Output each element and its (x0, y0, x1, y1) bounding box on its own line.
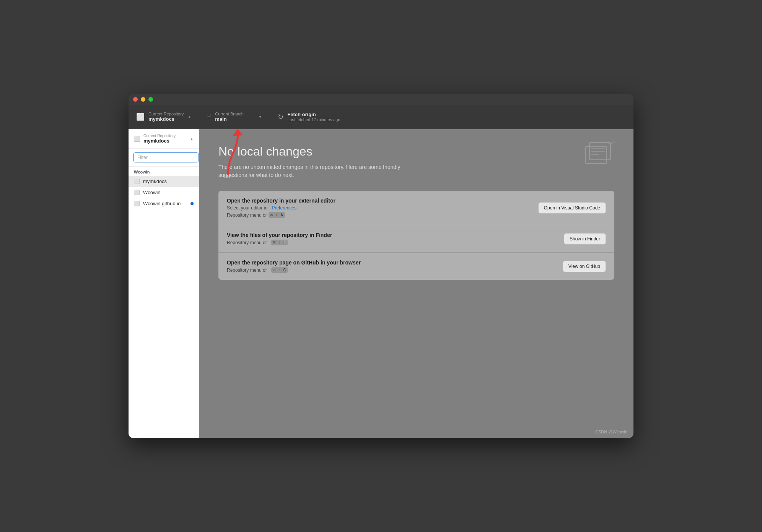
repo-item-icon-1: ⬜ (134, 190, 140, 195)
view-on-github-button[interactable]: View on GitHub (563, 261, 606, 272)
traffic-lights (133, 97, 153, 102)
sidebar-section-label: Wcowin (129, 167, 199, 176)
main-layout: ⬜ Current Repository mymkdocs ▲ Add ▼ Wc… (129, 129, 633, 438)
subtitle-text-1: Repository menu or (227, 240, 267, 245)
action-card-github: Open the repository page on GitHub in yo… (218, 253, 614, 280)
action-card-editor: Open the repository in your external edi… (218, 191, 614, 225)
repo-item-name-1: Wcowin (143, 190, 194, 195)
branch-text: Current Branch main (215, 112, 244, 122)
fetch-text: Fetch origin Last fetched 17 minutes ago (287, 112, 340, 122)
current-branch-section[interactable]: ⑂ Current Branch main ▼ (199, 105, 270, 129)
show-in-finder-button[interactable]: Show in Finder (564, 233, 606, 245)
fetch-label: Fetch origin (287, 112, 340, 117)
action-card-finder-title: View the files of your repository in Fin… (227, 232, 556, 238)
action-card-github-title: Open the repository page on GitHub in yo… (227, 260, 555, 266)
maximize-button[interactable] (148, 97, 153, 102)
repo-value: mymkdocs (148, 116, 184, 122)
watermark: CSDN @Wcowin (595, 430, 627, 434)
repo-item-icon-0: ⬜ (134, 178, 140, 184)
repo-item-name-2: Wcowin.github.io (143, 201, 187, 206)
action-card-editor-subtitle: Select your editor in Preferences (227, 205, 531, 211)
subtitle-text-2: Repository menu or (227, 268, 267, 273)
action-card-github-subtitle: Repository menu or ⌘ ⇧ G (227, 267, 555, 273)
no-changes-desc: There are no uncommitted changes in this… (218, 163, 402, 179)
app-window: ⬜ Current Repository mymkdocs ▲ ⑂ Curren… (129, 94, 633, 438)
preferences-link[interactable]: Preferences (272, 205, 296, 211)
sidebar-chevron-up-icon: ▲ (190, 137, 194, 141)
open-vscode-button[interactable]: Open in Visual Studio Code (538, 202, 606, 214)
no-changes-title: No local changes (218, 144, 614, 159)
repo-item-dot-2 (190, 202, 194, 205)
sidebar-header[interactable]: ⬜ Current Repository mymkdocs ▲ (129, 129, 199, 149)
shortcut-badge-2: ⌘ ⇧ G (271, 267, 288, 273)
action-card-finder-text: View the files of your repository in Fin… (227, 232, 556, 245)
sidebar-header-left: ⬜ Current Repository mymkdocs (134, 134, 176, 144)
action-cards: Open the repository in your external edi… (218, 191, 614, 280)
action-card-editor-title: Open the repository in your external edi… (227, 198, 531, 204)
title-bar (129, 94, 633, 105)
sidebar-repo-icon: ⬜ (134, 136, 140, 142)
illustration (584, 141, 618, 173)
repo-label: Current Repository (148, 112, 184, 116)
minimize-button[interactable] (141, 97, 145, 102)
branch-label: Current Branch (215, 112, 244, 116)
fetch-sublabel: Last fetched 17 minutes ago (287, 117, 340, 122)
repo-item-mymkdocs[interactable]: ⬜ mymkdocs (129, 176, 199, 187)
repo-list: ⬜ mymkdocs ⬜ Wcowin ⬜ Wcowin.github.io (129, 176, 199, 209)
sidebar: ⬜ Current Repository mymkdocs ▲ Add ▼ Wc… (129, 129, 199, 438)
repo-item-icon-2: ⬜ (134, 201, 140, 206)
branch-icon: ⑂ (207, 113, 211, 121)
shortcut-text-0: Repository menu or (227, 212, 267, 218)
fetch-icon: ↻ (278, 113, 283, 121)
sidebar-repo-name: mymkdocs (143, 138, 176, 144)
repo-item-wcowin-github[interactable]: ⬜ Wcowin.github.io (129, 198, 199, 209)
branch-chevron-icon: ▼ (258, 115, 262, 119)
repo-item-name-0: mymkdocs (143, 178, 194, 184)
sidebar-repo-info: Current Repository mymkdocs (143, 134, 176, 144)
action-card-finder: View the files of your repository in Fin… (218, 225, 614, 252)
shortcut-badge-0: ⌘ ⇧ A (269, 212, 285, 218)
repo-text: Current Repository mymkdocs (148, 112, 184, 122)
fetch-origin-section[interactable]: ↻ Fetch origin Last fetched 17 minutes a… (270, 105, 354, 129)
close-button[interactable] (133, 97, 138, 102)
toolbar: ⬜ Current Repository mymkdocs ▲ ⑂ Curren… (129, 105, 633, 129)
sidebar-repo-label: Current Repository (143, 134, 176, 138)
repo-item-wcowin[interactable]: ⬜ Wcowin (129, 187, 199, 198)
repo-chevron-icon: ▲ (187, 115, 191, 119)
subtitle-text-0: Select your editor in (227, 205, 267, 211)
branch-value: main (215, 116, 244, 122)
svg-rect-0 (586, 146, 607, 164)
current-repo-section[interactable]: ⬜ Current Repository mymkdocs ▲ (129, 105, 199, 129)
action-card-shortcut-0: Repository menu or ⌘ ⇧ A (227, 212, 531, 218)
action-card-editor-text: Open the repository in your external edi… (227, 198, 531, 218)
filter-input[interactable] (133, 152, 199, 162)
sidebar-filter-area: Add ▼ (129, 149, 199, 167)
shortcut-badge-1: ⌘ ⇧ F (271, 240, 288, 245)
content-area: No local changes There are no uncommitte… (199, 129, 633, 438)
repo-icon: ⬜ (136, 113, 145, 121)
action-card-finder-subtitle: Repository menu or ⌘ ⇧ F (227, 240, 556, 245)
action-card-github-text: Open the repository page on GitHub in yo… (227, 260, 555, 273)
